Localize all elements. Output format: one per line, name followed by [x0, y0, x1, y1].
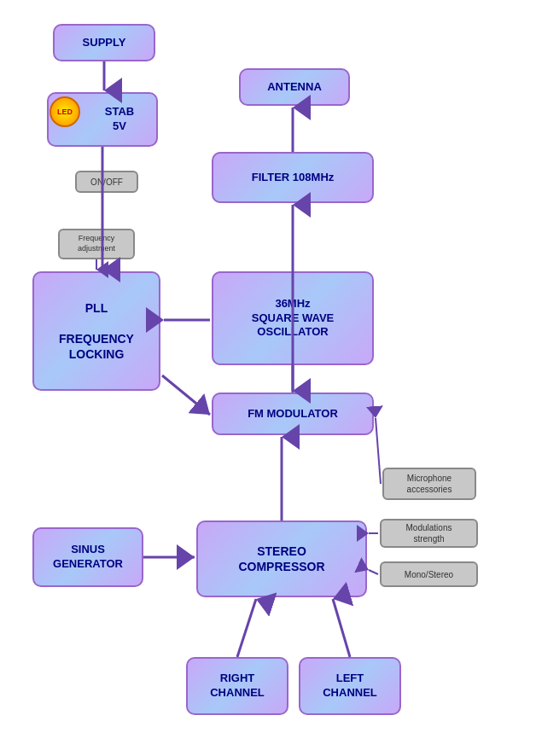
supply-block: SUPPLY — [53, 24, 155, 61]
diagram: SUPPLY STAB 5V LED ON/OFF Frequency adju… — [0, 0, 536, 756]
mono-stereo-block[interactable]: Mono/Stereo — [380, 561, 478, 587]
filter-block: FILTER 108MHz — [212, 152, 374, 203]
mod-strength-block[interactable]: Modulations strength — [380, 519, 478, 548]
mod-strength-label: Modulations strength — [406, 522, 452, 544]
supply-label: SUPPLY — [83, 36, 126, 50]
freq-adj-block[interactable]: Frequency adjustment — [58, 229, 135, 259]
svg-line-17 — [237, 599, 256, 657]
onoff-block[interactable]: ON/OFF — [75, 171, 138, 193]
mic-acc-label: Microphone accessories — [407, 473, 452, 495]
onoff-label: ON/OFF — [90, 177, 123, 188]
left-channel-label: LEFT CHANNEL — [323, 672, 377, 701]
stab-label: STAB 5V — [105, 105, 134, 134]
svg-line-8 — [162, 375, 210, 415]
antenna-block: ANTENNA — [239, 68, 350, 106]
sinus-gen-block: SINUS GENERATOR — [32, 527, 143, 587]
led-badge: LED — [50, 96, 80, 127]
svg-line-16 — [369, 570, 378, 574]
right-channel-label: RIGHT CHANNEL — [210, 672, 265, 701]
pll-block: PLL FREQUENCY LOCKING — [32, 271, 160, 391]
left-channel-block: LEFT CHANNEL — [299, 657, 401, 715]
oscillator-label: 36MHz SQUARE WAVE OSCILLATOR — [252, 297, 335, 340]
svg-line-18 — [333, 599, 350, 657]
pll-label: PLL FREQUENCY LOCKING — [59, 300, 134, 363]
right-channel-block: RIGHT CHANNEL — [186, 657, 288, 715]
mono-stereo-label: Mono/Stereo — [405, 569, 453, 580]
oscillator-block: 36MHz SQUARE WAVE OSCILLATOR — [212, 271, 374, 365]
svg-line-12 — [376, 418, 381, 484]
freq-adj-label: Frequency adjustment — [78, 234, 115, 253]
antenna-label: ANTENNA — [267, 80, 322, 95]
stereo-comp-block: STEREO COMPRESSOR — [196, 520, 367, 597]
sinus-gen-label: SINUS GENERATOR — [53, 543, 123, 572]
mic-acc-block[interactable]: Microphone accessories — [382, 468, 476, 500]
filter-label: FILTER 108MHz — [252, 171, 335, 185]
stereo-comp-label: STEREO COMPRESSOR — [238, 544, 324, 574]
fm-mod-block: FM MODULATOR — [212, 393, 374, 435]
fm-mod-label: FM MODULATOR — [248, 407, 338, 422]
